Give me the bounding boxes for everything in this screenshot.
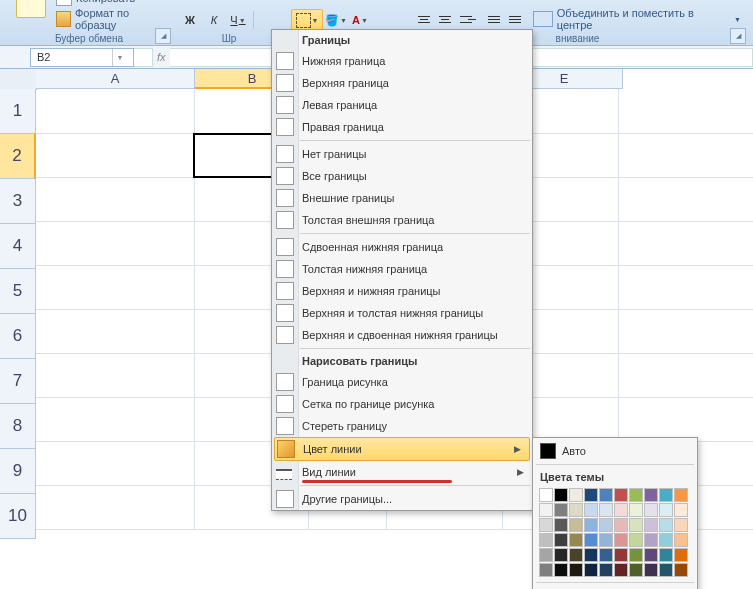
copy-button[interactable]: Копировать: [56, 0, 166, 6]
color-swatch[interactable]: [644, 518, 658, 532]
font-color-button[interactable]: A▼: [349, 9, 371, 31]
color-swatch[interactable]: [599, 563, 613, 577]
name-box[interactable]: B2 ▼: [30, 48, 134, 67]
color-swatch[interactable]: [659, 518, 673, 532]
border-option[interactable]: Нет границы: [272, 143, 532, 165]
color-swatch[interactable]: [674, 488, 688, 502]
color-swatch[interactable]: [629, 518, 643, 532]
color-swatch[interactable]: [629, 503, 643, 517]
color-swatch[interactable]: [644, 548, 658, 562]
border-option[interactable]: Толстая нижняя граница: [272, 258, 532, 280]
color-swatch[interactable]: [644, 533, 658, 547]
color-swatch[interactable]: [569, 488, 583, 502]
color-swatch[interactable]: [539, 503, 553, 517]
color-swatch[interactable]: [614, 488, 628, 502]
color-swatch[interactable]: [659, 533, 673, 547]
fill-color-button[interactable]: 🪣▼: [325, 9, 347, 31]
cell[interactable]: [36, 309, 195, 354]
row-header-6[interactable]: 6: [0, 314, 36, 359]
alignment-dialog-launcher[interactable]: ◢: [730, 28, 746, 44]
cell[interactable]: [36, 133, 195, 178]
cell[interactable]: [36, 485, 195, 530]
align-left-button[interactable]: [414, 9, 434, 29]
border-option[interactable]: Толстая внешняя граница: [272, 209, 532, 231]
color-swatch[interactable]: [539, 548, 553, 562]
color-swatch[interactable]: [554, 518, 568, 532]
color-swatch[interactable]: [554, 533, 568, 547]
cell[interactable]: [618, 89, 753, 134]
color-swatch[interactable]: [629, 563, 643, 577]
color-swatch[interactable]: [674, 503, 688, 517]
color-swatch[interactable]: [554, 563, 568, 577]
row-header-9[interactable]: 9: [0, 449, 36, 494]
border-option[interactable]: Граница рисунка: [272, 371, 532, 393]
border-option[interactable]: Верхняя и толстая нижняя границы: [272, 302, 532, 324]
merge-center-button[interactable]: Объединить и поместить в центре▼: [533, 5, 741, 31]
color-swatch[interactable]: [599, 548, 613, 562]
color-swatch[interactable]: [539, 518, 553, 532]
decrease-indent-button[interactable]: [484, 9, 504, 29]
color-swatch[interactable]: [599, 533, 613, 547]
border-option[interactable]: Верхняя и сдвоенная нижняя границы: [272, 324, 532, 346]
border-option[interactable]: Сетка по границе рисунка: [272, 393, 532, 415]
color-swatch[interactable]: [614, 518, 628, 532]
color-swatch[interactable]: [569, 563, 583, 577]
color-swatch[interactable]: [599, 518, 613, 532]
underline-button[interactable]: Ч▼: [227, 9, 249, 31]
row-header-7[interactable]: 7: [0, 359, 36, 404]
cell[interactable]: [36, 353, 195, 398]
color-swatch[interactable]: [569, 503, 583, 517]
line-color-menu-item[interactable]: Цвет линии ▶: [274, 437, 530, 461]
color-swatch[interactable]: [554, 548, 568, 562]
italic-button[interactable]: К: [203, 9, 225, 31]
border-option[interactable]: Внешние границы: [272, 187, 532, 209]
color-swatch[interactable]: [614, 563, 628, 577]
color-swatch[interactable]: [644, 488, 658, 502]
cell[interactable]: [36, 265, 195, 310]
color-swatch[interactable]: [674, 563, 688, 577]
border-option[interactable]: Стереть границу: [272, 415, 532, 437]
row-header-3[interactable]: 3: [0, 179, 36, 224]
color-swatch[interactable]: [599, 503, 613, 517]
border-option[interactable]: Нижняя граница: [272, 50, 532, 72]
borders-button[interactable]: ▼: [291, 9, 323, 31]
select-all-corner[interactable]: [0, 69, 37, 90]
color-swatch[interactable]: [614, 503, 628, 517]
color-swatch[interactable]: [584, 488, 598, 502]
auto-color-item[interactable]: Авто: [536, 441, 694, 461]
cell[interactable]: [618, 309, 753, 354]
border-option[interactable]: Верхняя и нижняя границы: [272, 280, 532, 302]
color-swatch[interactable]: [674, 533, 688, 547]
row-header-2[interactable]: 2: [0, 134, 36, 179]
color-swatch[interactable]: [554, 503, 568, 517]
color-swatch[interactable]: [599, 488, 613, 502]
row-header-5[interactable]: 5: [0, 269, 36, 314]
color-swatch[interactable]: [584, 503, 598, 517]
cell[interactable]: [36, 221, 195, 266]
cell[interactable]: [36, 441, 195, 486]
color-swatch[interactable]: [584, 518, 598, 532]
color-swatch[interactable]: [629, 488, 643, 502]
row-header-1[interactable]: 1: [0, 89, 36, 134]
color-swatch[interactable]: [674, 548, 688, 562]
color-swatch[interactable]: [629, 548, 643, 562]
border-option[interactable]: Сдвоенная нижняя граница: [272, 236, 532, 258]
increase-indent-button[interactable]: [505, 9, 525, 29]
cell[interactable]: [618, 353, 753, 398]
color-swatch[interactable]: [614, 548, 628, 562]
bold-button[interactable]: Ж: [179, 9, 201, 31]
cell[interactable]: [36, 177, 195, 222]
cell[interactable]: [618, 133, 753, 178]
color-swatch[interactable]: [659, 563, 673, 577]
row-header-8[interactable]: 8: [0, 404, 36, 449]
border-option[interactable]: Все границы: [272, 165, 532, 187]
color-swatch[interactable]: [569, 533, 583, 547]
color-swatch[interactable]: [554, 488, 568, 502]
color-swatch[interactable]: [644, 563, 658, 577]
border-option[interactable]: Верхняя граница: [272, 72, 532, 94]
cell[interactable]: [618, 265, 753, 310]
row-header-10[interactable]: 10: [0, 494, 36, 539]
color-swatch[interactable]: [584, 533, 598, 547]
align-right-button[interactable]: [456, 9, 476, 29]
color-swatch[interactable]: [569, 548, 583, 562]
